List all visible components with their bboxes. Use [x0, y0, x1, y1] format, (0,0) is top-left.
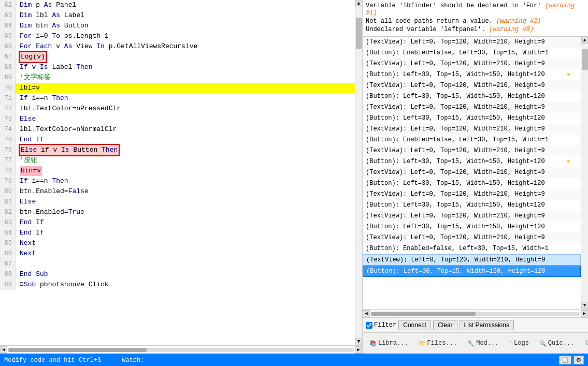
line-content: btn.Enabled=True: [16, 207, 355, 217]
line-number: 82: [0, 207, 16, 217]
code-line[interactable]: 69 '文字标签: [0, 72, 355, 83]
line-content: End Sub: [16, 269, 355, 280]
scroll-left-arrow[interactable]: ◀: [0, 346, 7, 354]
watch-input[interactable]: [144, 357, 559, 364]
prop-item[interactable]: (Button): Left=30, Top=15, Width=150, He…: [363, 266, 581, 277]
prop-item[interactable]: (TextView): Left=0, Top=120, Width=210, …: [363, 211, 581, 222]
tab-modules[interactable]: 🔧 Mod...: [463, 338, 503, 348]
filter-checkbox-label[interactable]: Filter: [366, 321, 396, 329]
line-content: ⊟Sub pbhotshouve_Click: [16, 280, 355, 290]
scroll-right-arrow[interactable]: ▶: [355, 346, 362, 354]
properties-list[interactable]: (TextView): Left=0, Top=120, Width=210, …: [363, 37, 581, 309]
prop-item[interactable]: (TextView): Left=0, Top=120, Width=210, …: [363, 102, 581, 113]
code-line[interactable]: 84 End If: [0, 228, 355, 238]
props-h-thumb[interactable]: [371, 312, 476, 316]
h-scroll-thumb[interactable]: [8, 348, 147, 352]
code-line[interactable]: 78 btn=v: [0, 166, 355, 176]
prop-item[interactable]: (Button): Left=30, Top=15, Width=150, He…: [363, 69, 581, 80]
prop-item[interactable]: (Button): Left=30, Top=15, Width=150, He…: [363, 200, 581, 211]
props-vertical-scrollbar[interactable]: ▲ ▼: [581, 37, 588, 309]
code-line[interactable]: 62 Dim p As Panel: [0, 0, 355, 10]
code-vertical-scrollbar[interactable]: ▲ ▼: [355, 0, 362, 345]
prop-item[interactable]: (TextView): Left=0, Top=120, Width=210, …: [363, 80, 581, 91]
code-line[interactable]: 63 Dim lbl As Label: [0, 10, 355, 21]
props-scroll-right[interactable]: ▶: [581, 310, 588, 317]
prop-item[interactable]: (Button): Enabled=false, Left=30, Top=15…: [363, 243, 581, 254]
prop-item[interactable]: (Button): Left=30, Top=15, Width=150, He…: [363, 113, 581, 124]
tab-find-all[interactable]: 🔍 Find All...: [580, 334, 588, 352]
tab-files[interactable]: 📁 Files...: [414, 338, 462, 348]
prop-item[interactable]: (Button): Enabled=false, Left=30, Top=15…: [363, 135, 581, 145]
code-line[interactable]: 67 Log(v): [0, 52, 355, 62]
code-line[interactable]: 68 If v Is Label Then: [0, 62, 355, 72]
code-line[interactable]: 89⊟Sub pbhotshouve_Click: [0, 280, 355, 290]
prop-item[interactable]: (Button): Left=30, Top=15, Width=150, He…: [363, 178, 581, 189]
tab-modules-label: Mod...: [476, 340, 498, 347]
code-line[interactable]: 77 '按钮: [0, 155, 355, 166]
scroll-thumb[interactable]: [356, 18, 362, 49]
h-scroll-track[interactable]: [8, 348, 354, 352]
scroll-down-arrow[interactable]: ▼: [355, 338, 362, 345]
scroll-up-arrow[interactable]: ▲: [355, 0, 362, 7]
code-editor[interactable]: 62 Dim p As Panel63 Dim lbl As Label64 D…: [0, 0, 355, 290]
prop-item[interactable]: (Button): Left=30, Top=15, Width=150, He…: [363, 91, 581, 102]
props-scroll-left[interactable]: ◀: [363, 310, 370, 317]
code-line[interactable]: 76 Else if v Is Button Then: [0, 145, 355, 155]
tab-quick[interactable]: 🔍 Quic...: [535, 338, 579, 348]
tab-library[interactable]: 📚 Libra...: [365, 338, 413, 348]
code-line[interactable]: 80 btn.Enabled=False: [0, 186, 355, 197]
prop-item[interactable]: (TextView): Left=0, Top=120, Width=210, …: [363, 58, 581, 69]
line-number: 79: [0, 176, 16, 186]
line-number: 78: [0, 166, 16, 176]
tab-logs[interactable]: ≡ Logs: [504, 338, 533, 348]
clear-button[interactable]: Clear: [433, 320, 457, 330]
code-line[interactable]: 73 Else: [0, 114, 355, 124]
prop-item[interactable]: (TextView): Left=0, Top=120, Width=210, …: [363, 167, 581, 178]
props-scroll-thumb[interactable]: [582, 49, 588, 70]
line-content: For Each v As View In p.GetAllViewsRecur…: [16, 41, 355, 52]
prop-item[interactable]: (TextView): Left=0, Top=120, Width=210, …: [363, 189, 581, 200]
code-line[interactable]: 64 Dim btn As Button: [0, 21, 355, 31]
code-line[interactable]: 74 lbl.TextColor=nNormalClr: [0, 124, 355, 135]
code-line[interactable]: 86 Next: [0, 248, 355, 259]
code-horizontal-scrollbar[interactable]: ◀ ▶: [0, 345, 362, 354]
find-all-icon: 🔍: [584, 340, 588, 347]
code-line[interactable]: 88End Sub: [0, 269, 355, 280]
line-content: Else: [16, 197, 355, 207]
watch-copy-button[interactable]: 📋: [559, 356, 571, 364]
status-bar: Modify code and hit Ctrl+S Watch: 📋 ⚙: [0, 354, 588, 366]
props-scroll-down[interactable]: ▼: [581, 302, 588, 309]
prop-item[interactable]: (TextView): Left=0, Top=120, Width=210, …: [363, 254, 581, 266]
code-line[interactable]: 70 lbl=v: [0, 83, 355, 93]
code-line[interactable]: 75 End If: [0, 135, 355, 145]
code-line[interactable]: 71 If i==n Then: [0, 93, 355, 104]
code-line[interactable]: 83 End If: [0, 217, 355, 228]
prop-item[interactable]: (Button): Enabled=false, Left=30, Top=15…: [363, 48, 581, 58]
watch-settings-button[interactable]: ⚙: [573, 356, 584, 364]
prop-item[interactable]: (Button): Left=30, Top=15, Width=150, He…: [363, 156, 581, 167]
connect-button[interactable]: Connect: [398, 320, 431, 330]
list-permissions-button[interactable]: List Permissions: [460, 320, 514, 330]
code-line[interactable]: 82 btn.Enabled=True: [0, 207, 355, 217]
prop-item[interactable]: (TextView): Left=0, Top=120, Width=210, …: [363, 124, 581, 135]
code-line[interactable]: 65 For i=0 To ps.Length-1: [0, 31, 355, 41]
code-line[interactable]: 79 If i==n Then: [0, 176, 355, 186]
prop-item[interactable]: (TextView): Left=0, Top=120, Width=210, …: [363, 37, 581, 48]
code-line[interactable]: 72 lbl.TextColor=nPressedClr: [0, 104, 355, 114]
props-scroll-up[interactable]: ▲: [581, 37, 588, 44]
code-line[interactable]: 87: [0, 259, 355, 269]
filter-checkbox[interactable]: [366, 322, 372, 329]
prop-item[interactable]: (Button): Left=30, Top=15, Width=150, He…: [363, 222, 581, 232]
watch-label: Watch:: [122, 357, 144, 364]
prop-item[interactable]: (TextView): Left=0, Top=120, Width=210, …: [363, 232, 581, 243]
quick-icon: 🔍: [539, 340, 547, 347]
line-number: 85: [0, 238, 16, 248]
code-line[interactable]: 81 Else: [0, 197, 355, 207]
filter-label: Filter: [374, 321, 396, 329]
props-horizontal-scrollbar[interactable]: ◀ ▶: [363, 309, 588, 317]
code-line[interactable]: 66 For Each v As View In p.GetAllViewsRe…: [0, 41, 355, 52]
code-line[interactable]: 85 Next: [0, 238, 355, 248]
prop-item[interactable]: (TextView): Left=0, Top=120, Width=210, …: [363, 145, 581, 156]
line-content: If v Is Label Then: [16, 62, 355, 72]
props-h-track[interactable]: [371, 312, 580, 316]
